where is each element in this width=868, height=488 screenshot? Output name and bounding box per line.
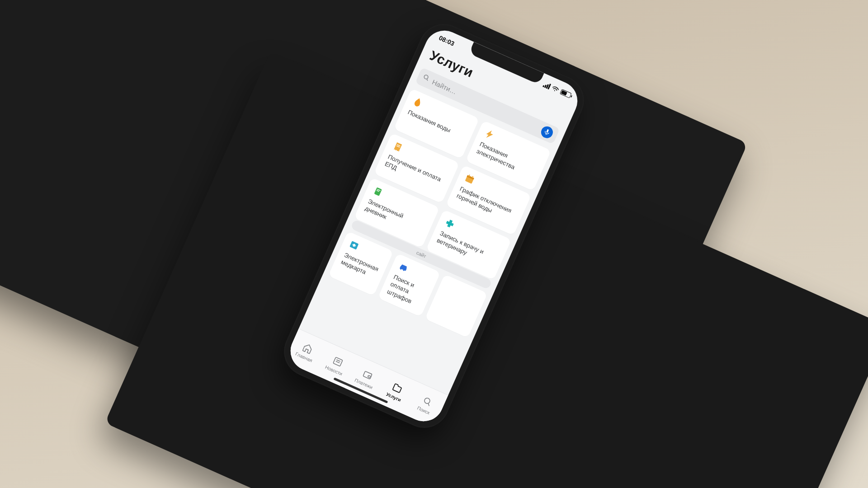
- water-drop-icon: [411, 96, 425, 109]
- folder-icon: [391, 382, 404, 395]
- voice-search-button[interactable]: [539, 125, 555, 140]
- svg-rect-15: [333, 357, 343, 366]
- calendar-icon: [463, 173, 476, 186]
- microphone-icon: [543, 128, 551, 136]
- svg-point-1: [424, 75, 429, 80]
- med-card-icon: [348, 239, 361, 252]
- svg-line-17: [335, 361, 339, 363]
- wifi-icon: [551, 85, 560, 93]
- signal-icon: [542, 81, 551, 89]
- card-label: Показания воды: [406, 108, 466, 141]
- card-label: [443, 294, 474, 308]
- svg-point-19: [424, 397, 431, 404]
- svg-point-0: [554, 90, 555, 91]
- status-time: 08:03: [438, 34, 455, 47]
- card-label: Поиск и оплата штрафов: [386, 273, 427, 308]
- wallet-icon: [361, 368, 374, 381]
- news-icon: [331, 355, 344, 368]
- card-label: Получение и оплата ЕПД: [383, 153, 446, 192]
- medical-cross-icon: [443, 217, 457, 230]
- car-icon: [397, 261, 410, 274]
- search-icon: [421, 395, 434, 408]
- notebook-icon: [372, 185, 385, 198]
- blank-icon: [444, 282, 457, 295]
- card-label: Электронная медкарта: [340, 251, 380, 281]
- search-icon: [421, 73, 431, 84]
- svg-rect-11: [374, 187, 382, 196]
- battery-icon: [560, 89, 572, 99]
- lightning-icon: [483, 128, 496, 141]
- card-label: Показания электричества: [475, 140, 538, 179]
- svg-line-4: [546, 134, 546, 135]
- photo-backdrop: 08:03 Услуги Найти…: [0, 0, 868, 488]
- card-label: График отключения горячей воды: [455, 185, 518, 224]
- svg-line-16: [336, 360, 340, 361]
- svg-rect-3: [546, 129, 549, 133]
- receipt-icon: [392, 141, 405, 154]
- home-icon: [301, 342, 314, 355]
